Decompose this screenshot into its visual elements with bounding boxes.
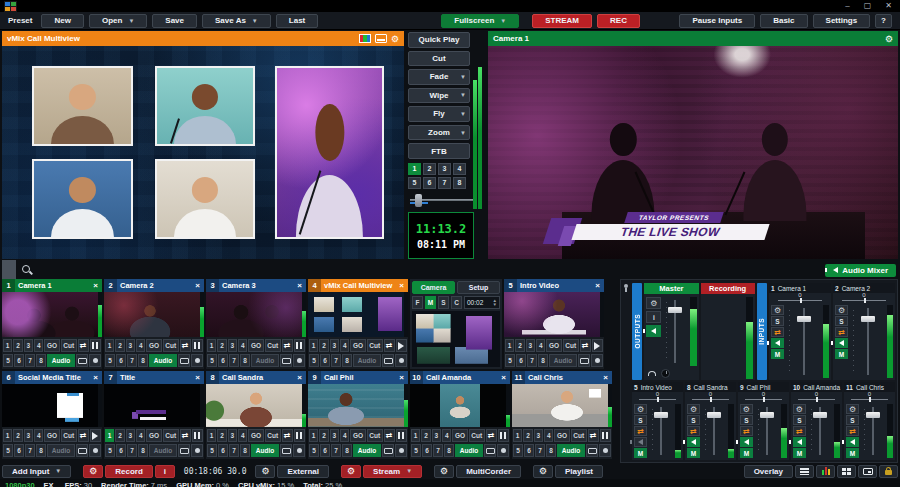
- solo-button[interactable]: S: [846, 415, 859, 425]
- overlay-4-button[interactable]: 4: [136, 339, 145, 352]
- overlay-1-button[interactable]: 1: [105, 339, 114, 352]
- overlay-4-button[interactable]: 4: [544, 429, 553, 442]
- fullscreen-monitor-icon[interactable]: [578, 354, 590, 367]
- overlay-8-button[interactable]: 8: [240, 444, 250, 457]
- audio-mixer-button[interactable]: Audio Mixer: [825, 264, 896, 277]
- master-fader[interactable]: [663, 297, 687, 366]
- speaker-mute-button[interactable]: [687, 437, 700, 447]
- mode-c-button[interactable]: C: [451, 296, 462, 309]
- overlay-5-button[interactable]: 5: [105, 444, 115, 457]
- transition-arrows-icon[interactable]: ⇄: [78, 339, 89, 352]
- overlay-6-button[interactable]: 6: [218, 444, 228, 457]
- channel-settings-button[interactable]: ⚙: [771, 305, 784, 315]
- chevron-down-icon[interactable]: ▼: [252, 18, 258, 24]
- fader-handle[interactable]: [813, 412, 827, 418]
- overlay-1-button[interactable]: 1: [309, 429, 318, 442]
- t-bar-handle[interactable]: [415, 194, 422, 207]
- pan-slider[interactable]: 0: [738, 392, 789, 402]
- maximize-icon[interactable]: ▢: [864, 2, 872, 10]
- new-button[interactable]: New: [41, 14, 83, 28]
- chevron-down-icon[interactable]: ▼: [406, 468, 412, 474]
- overlay-5-button[interactable]: 5: [207, 354, 217, 367]
- chevron-down-icon[interactable]: ▼: [460, 111, 466, 117]
- fullscreen-monitor-icon[interactable]: [382, 354, 394, 367]
- master-assign-button[interactable]: M: [687, 448, 700, 458]
- input-header[interactable]: 11 Call Chris ×: [512, 371, 612, 384]
- overlay-7-button[interactable]: 7: [229, 444, 239, 457]
- fader-handle[interactable]: [760, 412, 774, 418]
- master-assign-button[interactable]: M: [634, 448, 647, 458]
- speaker-mute-button[interactable]: [793, 437, 806, 447]
- zoom-button[interactable]: Zoom▼: [408, 125, 470, 141]
- transition-arrows-icon[interactable]: ⇄: [384, 429, 395, 442]
- overlay-4-button[interactable]: 4: [340, 339, 349, 352]
- overlay-4-button[interactable]: 4: [238, 429, 247, 442]
- overlay-3-button[interactable]: 3: [534, 429, 543, 442]
- go-button[interactable]: GO: [350, 429, 365, 442]
- stinger-number-button[interactable]: 7: [438, 177, 451, 189]
- stinger-number-button[interactable]: 4: [453, 163, 466, 175]
- play-pause-icon[interactable]: [294, 429, 305, 442]
- stinger-number-button[interactable]: 5: [408, 177, 421, 189]
- play-pause-icon[interactable]: [396, 429, 407, 442]
- loop-icon[interactable]: [395, 444, 407, 457]
- overlay-8-button[interactable]: 8: [36, 354, 46, 367]
- fullscreen-monitor-icon[interactable]: [382, 444, 394, 457]
- transition-arrows-icon[interactable]: ⇄: [588, 429, 599, 442]
- transition-arrows-icon[interactable]: ⇄: [486, 429, 497, 442]
- input-header[interactable]: 5 Intro Video ×: [504, 279, 604, 292]
- overlay-7-button[interactable]: 7: [25, 444, 35, 457]
- overlay-3-button[interactable]: 3: [432, 429, 441, 442]
- loop-icon[interactable]: [395, 354, 407, 367]
- input-thumbnail[interactable]: [206, 292, 306, 337]
- overlay-1-button[interactable]: 1: [513, 429, 522, 442]
- close-input-icon[interactable]: ×: [89, 373, 102, 382]
- transition-arrows-icon[interactable]: ⇄: [384, 339, 395, 352]
- list-view-icon[interactable]: [795, 465, 814, 478]
- gear-icon[interactable]: ⚙: [885, 34, 893, 44]
- headphone-volume-knob[interactable]: [661, 369, 670, 378]
- bus-assign-icon[interactable]: ⇄: [687, 426, 700, 436]
- basic-button[interactable]: Basic: [760, 14, 807, 28]
- loop-icon[interactable]: [89, 444, 101, 457]
- cut-button[interactable]: Cut: [563, 339, 579, 352]
- overlay-2-button[interactable]: 2: [217, 339, 226, 352]
- audio-button[interactable]: Audio: [455, 444, 483, 457]
- audio-button[interactable]: Audio: [149, 354, 177, 367]
- cut-button[interactable]: Cut: [469, 429, 485, 442]
- outputs-tab[interactable]: OUTPUTS: [632, 283, 642, 380]
- bus-assign-icon[interactable]: ⇄: [771, 327, 784, 337]
- pan-slider[interactable]: 0: [769, 293, 831, 303]
- input-thumbnail[interactable]: [104, 384, 204, 427]
- overlay-3-button[interactable]: 3: [24, 429, 33, 442]
- overlay-3-button[interactable]: 3: [126, 429, 135, 442]
- go-button[interactable]: GO: [248, 429, 263, 442]
- overlay-6-button[interactable]: 6: [422, 444, 432, 457]
- go-button[interactable]: GO: [146, 339, 161, 352]
- overlay-5-button[interactable]: 5: [3, 354, 13, 367]
- fader-handle[interactable]: [861, 316, 875, 322]
- channel-fader[interactable]: [850, 305, 885, 378]
- overlay-7-button[interactable]: 7: [127, 354, 137, 367]
- overlay-7-button[interactable]: 7: [331, 444, 341, 457]
- lock-icon[interactable]: [879, 465, 898, 478]
- overlay-4-button[interactable]: 4: [340, 429, 349, 442]
- channel-settings-button[interactable]: ⚙: [687, 404, 700, 414]
- go-button[interactable]: GO: [44, 339, 59, 352]
- bus-assign-icon[interactable]: ⇄: [740, 426, 753, 436]
- wipe-button[interactable]: Wipe▼: [408, 88, 470, 104]
- chevron-down-icon[interactable]: ▼: [460, 92, 466, 98]
- bus-assign-icon[interactable]: ⇄: [634, 426, 647, 436]
- fullscreen-monitor-icon[interactable]: [76, 444, 88, 457]
- overlay-button[interactable]: Overlay: [744, 465, 793, 478]
- channel-settings-button[interactable]: ⚙: [846, 404, 859, 414]
- input-thumbnail[interactable]: [410, 384, 510, 427]
- stinger-number-button[interactable]: 2: [423, 163, 436, 175]
- fullscreen-monitor-icon[interactable]: [178, 444, 190, 457]
- overlay-3-button[interactable]: 3: [126, 339, 135, 352]
- chevron-down-icon[interactable]: ▼: [55, 468, 61, 474]
- chevron-down-icon[interactable]: ▼: [460, 74, 466, 80]
- t-bar[interactable]: [408, 194, 478, 207]
- overlay-8-button[interactable]: 8: [240, 354, 250, 367]
- overlay-8-button[interactable]: 8: [36, 444, 46, 457]
